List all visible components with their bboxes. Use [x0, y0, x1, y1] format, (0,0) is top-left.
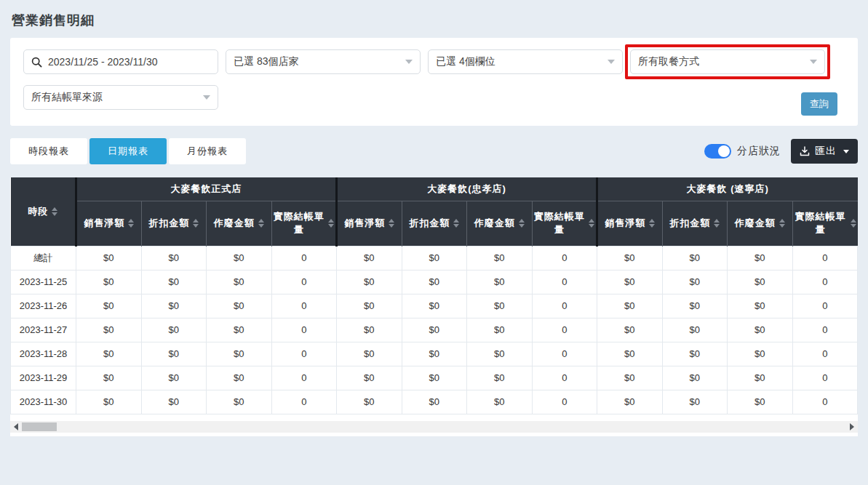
data-cell: 0: [792, 390, 858, 414]
data-cell: $0: [728, 318, 793, 342]
sales-report-table: 時段大麥餐飲正式店大麥餐飲(忠孝店)大麥餐飲 (遼寧店) 銷售淨額折扣金額作廢金…: [10, 177, 858, 414]
receipt-source-select-value: 所有結帳單來源: [31, 91, 199, 104]
data-cell: $0: [467, 342, 533, 366]
data-cell: $0: [467, 270, 533, 294]
data-cell: $0: [662, 390, 728, 414]
scrollbar-track[interactable]: [22, 421, 846, 433]
filter-row-2: 所有結帳單來源: [23, 85, 845, 110]
column-header-label: 銷售淨額: [344, 217, 385, 230]
column-header[interactable]: 作廢金額: [207, 201, 272, 246]
filter-panel: 2023/11/25 - 2023/11/30 已選 83個店家 已選 4個欄位…: [10, 38, 858, 126]
branch-status-toggle[interactable]: [704, 144, 731, 159]
chevron-down-icon: [608, 60, 615, 64]
column-header[interactable]: 實際結帳單量: [271, 201, 337, 246]
column-header[interactable]: 實際結帳單量: [532, 201, 597, 246]
column-header[interactable]: 作廢金額: [467, 201, 533, 246]
column-header[interactable]: 折扣金額: [402, 201, 467, 246]
data-cell: $0: [207, 342, 272, 366]
column-header-label: 折扣金額: [669, 217, 710, 230]
tab-time-period-report[interactable]: 時段報表: [10, 138, 87, 164]
data-cell: 0: [532, 246, 597, 270]
column-header[interactable]: 折扣金額: [662, 201, 728, 246]
data-cell: $0: [728, 390, 793, 414]
column-header[interactable]: 作廢金額: [728, 201, 793, 246]
data-cell: $0: [402, 246, 467, 270]
data-cell: 0: [792, 270, 858, 294]
row-label: 2023-11-28: [11, 342, 76, 366]
sort-icon: [589, 219, 594, 228]
column-header-label: 銷售淨額: [605, 217, 645, 230]
data-cell: $0: [141, 246, 207, 270]
data-cell: $0: [76, 294, 142, 318]
column-header[interactable]: 實際結帳單量: [792, 201, 858, 246]
query-button[interactable]: 查詢: [801, 92, 837, 116]
scrollbar-thumb[interactable]: [22, 422, 57, 431]
sort-icon: [128, 219, 134, 228]
pickup-method-select[interactable]: 所有取餐方式: [630, 49, 825, 74]
stores-select-value: 已選 83個店家: [234, 55, 401, 68]
sort-icon: [714, 219, 720, 228]
row-label: 2023-11-27: [11, 318, 76, 342]
sort-icon: [389, 219, 394, 228]
data-cell: $0: [76, 366, 142, 390]
data-cell: 0: [271, 270, 337, 294]
column-header[interactable]: 銷售淨額: [597, 201, 663, 246]
page-title: 營業銷售明細: [10, 0, 858, 38]
data-cell: $0: [141, 270, 207, 294]
data-cell: $0: [662, 342, 728, 366]
download-icon: [800, 146, 810, 156]
data-cell: $0: [402, 390, 467, 414]
store-group-header: 大麥餐飲 (遼寧店): [597, 177, 858, 201]
data-cell: $0: [467, 390, 533, 414]
sort-icon: [52, 207, 57, 216]
columns-select[interactable]: 已選 4個欄位: [428, 49, 623, 74]
data-cell: $0: [76, 270, 142, 294]
page: 營業銷售明細 2023/11/25 - 2023/11/30 已選 83個店家 …: [0, 0, 868, 436]
toggle-knob: [718, 145, 730, 157]
data-cell: 0: [271, 246, 337, 270]
table-row: 2023-11-28$0$0$00$0$0$00$0$0$00: [11, 342, 858, 366]
column-header-time-period[interactable]: 時段: [11, 177, 76, 246]
row-label: 2023-11-25: [11, 270, 76, 294]
stores-select[interactable]: 已選 83個店家: [226, 49, 421, 74]
tab-month-report[interactable]: 月份報表: [169, 138, 246, 164]
column-header-label: 時段: [28, 205, 48, 218]
sort-icon: [519, 219, 525, 228]
date-range-value: 2023/11/25 - 2023/11/30: [48, 56, 210, 68]
data-cell: $0: [337, 342, 402, 366]
date-range-input[interactable]: 2023/11/25 - 2023/11/30: [23, 49, 218, 74]
column-header[interactable]: 銷售淨額: [337, 201, 402, 246]
table-row: 2023-11-30$0$0$00$0$0$00$0$0$00: [11, 390, 858, 414]
data-cell: $0: [337, 270, 402, 294]
column-header[interactable]: 銷售淨額: [76, 201, 142, 246]
table-row: 總計$0$0$00$0$0$00$0$0$00: [11, 246, 858, 270]
data-cell: $0: [141, 366, 207, 390]
receipt-source-select[interactable]: 所有結帳單來源: [23, 85, 218, 110]
export-label: 匯出: [815, 145, 837, 158]
sort-icon: [193, 219, 199, 228]
data-cell: 0: [271, 294, 337, 318]
data-cell: $0: [597, 246, 663, 270]
data-cell: $0: [467, 366, 533, 390]
horizontal-scrollbar[interactable]: [10, 421, 858, 433]
row-label: 2023-11-26: [11, 294, 76, 318]
data-cell: 0: [532, 366, 597, 390]
highlight-box: 所有取餐方式: [625, 44, 830, 79]
column-header-label: 實際結帳單量: [274, 210, 325, 236]
data-cell: $0: [402, 294, 467, 318]
sort-icon: [649, 219, 655, 228]
data-cell: $0: [141, 390, 207, 414]
chevron-down-icon: [810, 60, 817, 64]
column-header[interactable]: 折扣金額: [141, 201, 207, 246]
data-cell: $0: [728, 366, 793, 390]
data-cell: $0: [662, 270, 728, 294]
chevron-down-icon: [405, 60, 413, 64]
export-button[interactable]: 匯出: [791, 139, 858, 164]
branch-status-label: 分店狀況: [737, 145, 781, 158]
scroll-left-arrow-icon[interactable]: [10, 421, 22, 433]
column-header-label: 折扣金額: [409, 217, 450, 230]
scroll-right-arrow-icon[interactable]: [846, 421, 858, 433]
tab-date-report[interactable]: 日期報表: [89, 138, 167, 164]
column-header-label: 實際結帳單量: [534, 210, 586, 236]
data-cell: $0: [597, 366, 663, 390]
